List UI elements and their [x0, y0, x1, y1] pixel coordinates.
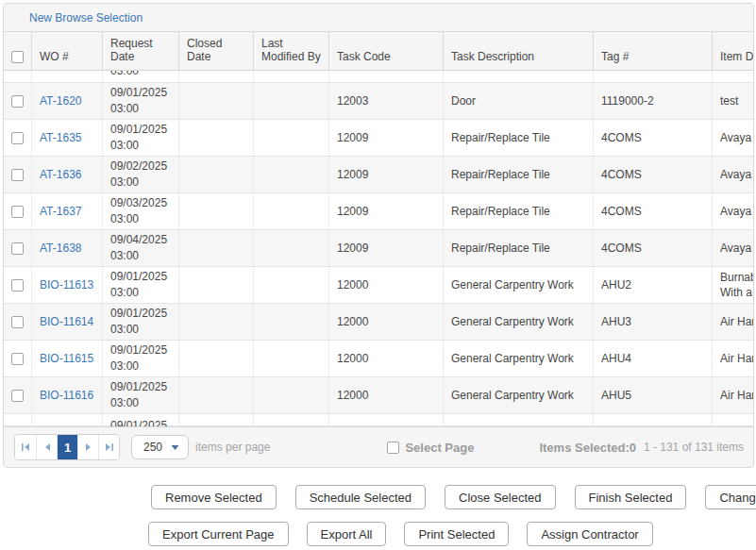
cell-last_modified_by: [253, 304, 328, 340]
wo-link[interactable]: BIO-11613: [40, 277, 94, 292]
wo-link[interactable]: AT-1636: [40, 167, 94, 182]
cell-item_desc: [712, 71, 754, 83]
table-row: AT-162009/01/202503:0012003Door1119000-2…: [4, 83, 754, 120]
chevron-down-icon: [171, 444, 179, 451]
cell-closed_date: [178, 120, 253, 156]
clipped-time-text: 03:00: [110, 71, 171, 78]
cell-item_desc: Avaya Cor: [712, 193, 754, 229]
request-time-line: 03:00: [110, 211, 171, 227]
current-page-button[interactable]: 1: [57, 435, 77, 459]
column-header-request_date: Request Date: [102, 32, 178, 70]
items-selected-count: Items Selected:0: [539, 441, 636, 455]
previous-page-button[interactable]: [36, 435, 57, 459]
print-selected-button[interactable]: Print Selected: [404, 522, 509, 546]
item-desc-line: Avaya Cor: [720, 241, 754, 256]
select-all-checkbox[interactable]: [11, 51, 24, 63]
select-page-label: Select Page: [405, 441, 474, 455]
cell-last_modified_by: [253, 157, 328, 192]
cell-task_desc: [443, 414, 593, 426]
row-checkbox[interactable]: [11, 316, 24, 328]
first-page-button[interactable]: [15, 435, 36, 459]
export-all-button[interactable]: Export All: [307, 522, 387, 546]
row-select-cell: [4, 157, 31, 192]
row-select-cell: [4, 71, 31, 83]
cell-request_date: 09/01/202503:00: [102, 377, 178, 413]
cell-task_desc: General Carpentry Work: [443, 304, 593, 340]
cell-task_desc: Repair/Replace Tile: [443, 193, 593, 229]
select-page-control[interactable]: Select Page: [387, 441, 474, 455]
wo-link[interactable]: AT-1635: [40, 130, 94, 145]
request-time-line: 03:00: [110, 248, 171, 264]
cell-wo: BIO-11616: [31, 377, 102, 413]
cell-wo: AT-1620: [31, 83, 102, 119]
cell-tag: 4COMS: [593, 120, 712, 156]
cell-request_date: 09/03/202503:00: [102, 193, 178, 229]
request-date-line: 09/01/2025: [110, 342, 171, 358]
cell-last_modified_by: [253, 267, 328, 303]
item-desc-line: With a sele: [720, 285, 754, 300]
wo-link[interactable]: BIO-11614: [40, 314, 94, 329]
grid-body: 03:00AT-162009/01/202503:0012003Door1119…: [4, 71, 754, 426]
cell-item_desc: Air Handlin: [712, 341, 754, 376]
previous-page-icon: [42, 442, 53, 453]
cell-tag: 4COMS: [593, 230, 712, 266]
page-size-dropdown[interactable]: 250: [131, 435, 189, 459]
export-current-page-button[interactable]: Export Current Page: [148, 522, 289, 546]
row-select-cell: [4, 414, 31, 426]
request-date-line: 09/01/2025: [110, 379, 171, 395]
cell-task_code: 12000: [328, 267, 443, 303]
request-date-line: 09/01/2025: [110, 269, 171, 285]
work-order-grid-panel: New Browse Selection WO #Request DateClo…: [3, 3, 754, 468]
request-date-line: 09/03/2025: [110, 195, 171, 211]
cell-request_date: 09/02/202503:00: [102, 157, 178, 192]
row-checkbox[interactable]: [11, 390, 24, 402]
cell-wo: AT-1638: [31, 230, 102, 266]
row-checkbox[interactable]: [11, 169, 24, 181]
cell-wo: [31, 71, 102, 83]
cell-closed_date: [178, 267, 253, 303]
cell-task_desc: Repair/Replace Tile: [443, 120, 593, 156]
partial-table-row: 03:00: [4, 71, 754, 83]
close-selected-button[interactable]: Close Selected: [445, 485, 555, 509]
row-checkbox[interactable]: [11, 279, 24, 292]
change-status-button[interactable]: Change Status: [705, 485, 756, 509]
grid-header: WO #Request DateClosed DateLast Modified…: [4, 32, 754, 71]
cell-request_date: 09/01/202503:00: [102, 83, 178, 119]
row-checkbox[interactable]: [11, 242, 24, 255]
row-select-cell: [4, 377, 31, 413]
cell-task_desc: General Carpentry Work: [443, 341, 593, 376]
request-date-line: 09/02/2025: [110, 158, 171, 175]
wo-link[interactable]: AT-1638: [40, 241, 94, 256]
request-time-line: 03:00: [110, 138, 171, 154]
cell-task_code: [328, 414, 443, 426]
row-checkbox[interactable]: [11, 95, 24, 108]
last-page-button[interactable]: [98, 435, 119, 459]
select-all-cell: [4, 32, 31, 70]
table-row: BIO-1161309/01/202503:0012000General Car…: [4, 267, 754, 304]
new-browse-selection-link[interactable]: New Browse Selection: [29, 11, 143, 25]
table-row: AT-163509/01/202503:0012009Repair/Replac…: [4, 120, 754, 157]
column-header-wo: WO #: [31, 32, 102, 70]
row-checkbox[interactable]: [11, 353, 24, 365]
cell-last_modified_by: [253, 71, 328, 83]
row-checkbox[interactable]: [11, 206, 24, 218]
assign-contractor-button[interactable]: Assign Contractor: [527, 522, 652, 546]
select-page-checkbox[interactable]: [387, 442, 399, 454]
cell-closed_date: [178, 414, 253, 426]
first-page-icon: [20, 442, 31, 453]
cell-tag: AHU5: [593, 377, 712, 413]
remove-selected-button[interactable]: Remove Selected: [151, 485, 277, 509]
next-page-icon: [83, 442, 94, 453]
wo-link[interactable]: BIO-11616: [40, 388, 94, 403]
pager-bar: 1 250 items per page Select Page: [4, 426, 753, 467]
row-select-cell: [4, 230, 31, 266]
wo-link[interactable]: BIO-11615: [40, 351, 94, 366]
cell-closed_date: [178, 71, 253, 83]
next-page-button[interactable]: [77, 435, 98, 459]
cell-task_desc: General Carpentry Work: [443, 267, 593, 303]
wo-link[interactable]: AT-1620: [40, 93, 94, 108]
schedule-selected-button[interactable]: Schedule Selected: [295, 485, 426, 509]
row-checkbox[interactable]: [11, 132, 24, 144]
finish-selected-button[interactable]: Finish Selected: [575, 485, 687, 509]
wo-link[interactable]: AT-1637: [40, 204, 94, 219]
